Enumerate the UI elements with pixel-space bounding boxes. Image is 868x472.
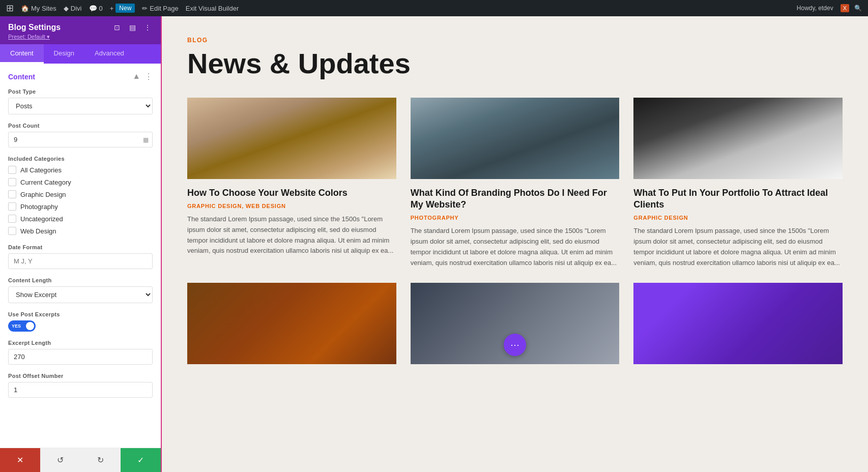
divi-icon: ◆ [64, 5, 69, 12]
blog-card-4-image [187, 283, 396, 364]
category-graphic-design-label: Graphic Design [20, 191, 66, 198]
panel-tabs: Content Design Advanced [0, 44, 161, 64]
panel-footer: ✕ ↺ ↻ ✓ [0, 448, 161, 472]
blog-card-2-categories: PHOTOGRAPHY [411, 215, 620, 221]
blog-card-2: What Kind Of Branding Photos Do I Need F… [411, 98, 620, 269]
panel-responsive-icon[interactable]: ⊡ [112, 22, 122, 33]
section-header-icons: ▲ ⋮ [132, 72, 153, 81]
blog-card-5-image: ⋯ [411, 283, 620, 364]
right-content: BLOG News & Updates How To Choose Your W… [162, 16, 868, 472]
blog-card-2-title: What Kind Of Branding Photos Do I Need F… [411, 187, 620, 211]
post-offset-label: Post Offset Number [8, 373, 153, 379]
blog-card-1: How To Choose Your Website Colors GRAPHI… [187, 98, 396, 269]
category-photography: Photography [8, 201, 153, 212]
tab-advanced[interactable]: Advanced [84, 44, 134, 64]
new-link[interactable]: + New [110, 4, 135, 13]
blog-card-1-excerpt: The standard Lorem Ipsum passage, used s… [187, 214, 396, 256]
post-count-input[interactable] [8, 132, 153, 148]
category-photography-label: Photography [20, 203, 58, 211]
blog-card-1-title: How To Choose Your Website Colors [187, 187, 396, 199]
post-offset-input[interactable] [8, 382, 153, 398]
blog-card-3-title: What To Put In Your Portfolio To Attract… [633, 187, 843, 211]
howdy-label: Howdy, etdev [797, 5, 833, 12]
save-button[interactable]: ✓ [121, 448, 161, 472]
post-type-field: Post Type Posts Pages [8, 88, 153, 114]
panel-header: Blog Settings ⊡ ▤ ⋮ Preset: Default ▾ [0, 16, 161, 44]
cancel-icon: ✕ [17, 455, 23, 465]
categories-list: All Categories Current Category Graphic … [8, 165, 153, 236]
post-count-field: Post Count ▦ [8, 123, 153, 148]
floating-action-button[interactable]: ⋯ [504, 334, 526, 356]
category-all-label: All Categories [20, 166, 62, 174]
blog-grid: How To Choose Your Website Colors GRAPHI… [187, 98, 843, 372]
admin-bar: ⊞ 🏠 My Sites ◆ Divi 💬 0 + New ✏ Edit Pag… [0, 0, 868, 16]
post-type-select[interactable]: Posts Pages [8, 98, 153, 114]
refresh-button[interactable]: ↻ [80, 448, 121, 472]
my-sites-link[interactable]: 🏠 My Sites [21, 5, 56, 12]
collapse-icon[interactable]: ▲ [132, 72, 140, 81]
toggle-circle [26, 322, 34, 330]
main-layout: Blog Settings ⊡ ▤ ⋮ Preset: Default ▾ Co… [0, 16, 868, 472]
category-current-label: Current Category [20, 179, 71, 186]
reset-button[interactable]: ↺ [40, 448, 80, 472]
blog-card-2-excerpt: The standard Lorem Ipsum passage, used s… [411, 226, 620, 268]
panel-header-icons: ⊡ ▤ ⋮ [112, 22, 153, 33]
left-panel: Blog Settings ⊡ ▤ ⋮ Preset: Default ▾ Co… [0, 16, 162, 472]
user-avatar: X [841, 4, 849, 12]
blog-card-5: ⋯ [411, 283, 620, 372]
panel-more-icon[interactable]: ⋮ [142, 22, 153, 33]
date-format-input[interactable] [8, 253, 153, 269]
category-graphic-design-checkbox[interactable] [8, 190, 16, 198]
use-post-excerpts-label: Use Post Excerpts [8, 311, 153, 317]
category-uncategorized-checkbox[interactable] [8, 215, 16, 223]
category-current: Current Category [8, 177, 153, 187]
category-all-categories: All Categories [8, 165, 153, 175]
section-header: Content ▲ ⋮ [8, 72, 153, 81]
use-post-excerpts-toggle[interactable]: YES [8, 320, 36, 332]
category-uncategorized-label: Uncategorized [20, 215, 63, 223]
cancel-button[interactable]: ✕ [0, 448, 40, 472]
blog-card-3-excerpt: The standard Lorem Ipsum passage, used s… [633, 226, 843, 268]
excerpt-length-field: Excerpt Length [8, 340, 153, 365]
toggle-yes-label: YES [12, 323, 21, 329]
edit-icon: ✏ [142, 5, 148, 12]
blog-card-4 [187, 283, 396, 372]
category-all-checkbox[interactable] [8, 166, 16, 174]
exit-builder-link[interactable]: Exit Visual Builder [186, 5, 239, 12]
search-icon[interactable]: 🔍 [854, 5, 862, 12]
panel-header-top: Blog Settings ⊡ ▤ ⋮ [8, 22, 153, 33]
excerpt-length-wrap [8, 349, 153, 365]
panel-title: Blog Settings [8, 23, 61, 32]
admin-bar-right: Howdy, etdev X 🔍 [797, 4, 862, 12]
blog-card-3-categories: GRAPHIC DESIGN [633, 215, 843, 221]
category-web-design-checkbox[interactable] [8, 227, 16, 235]
category-uncategorized: Uncategorized [8, 214, 153, 224]
date-format-label: Date Format [8, 244, 153, 250]
blog-label: BLOG [187, 37, 843, 44]
save-icon: ✓ [137, 455, 144, 465]
blog-card-6-image [633, 283, 843, 364]
excerpt-length-input[interactable] [8, 349, 153, 365]
category-photography-checkbox[interactable] [8, 202, 16, 211]
comments-icon: 💬 [89, 5, 97, 12]
divi-link[interactable]: ◆ Divi [64, 5, 82, 12]
edit-page-link[interactable]: ✏ Edit Page [142, 5, 178, 12]
panel-layout-icon[interactable]: ▤ [127, 22, 137, 33]
post-offset-field: Post Offset Number [8, 373, 153, 398]
date-format-field: Date Format [8, 244, 153, 269]
wp-logo-icon[interactable]: ⊞ [6, 3, 14, 14]
included-categories-label: Included Categories [8, 156, 153, 162]
post-count-wrap: ▦ [8, 132, 153, 148]
comments-link[interactable]: 💬 0 [89, 5, 103, 12]
tab-design[interactable]: Design [44, 44, 84, 64]
post-count-icon: ▦ [143, 136, 149, 143]
blog-card-6 [633, 283, 843, 372]
preset-label[interactable]: Preset: Default ▾ [8, 34, 153, 40]
section-title: Content [8, 73, 35, 81]
content-length-select[interactable]: Show Excerpt Show Full Content [8, 286, 153, 303]
section-more-icon[interactable]: ⋮ [144, 72, 153, 81]
toggle-wrap: YES [8, 320, 153, 332]
tab-content[interactable]: Content [0, 44, 44, 64]
blog-card-3: What To Put In Your Portfolio To Attract… [633, 98, 843, 269]
category-current-checkbox[interactable] [8, 178, 16, 186]
